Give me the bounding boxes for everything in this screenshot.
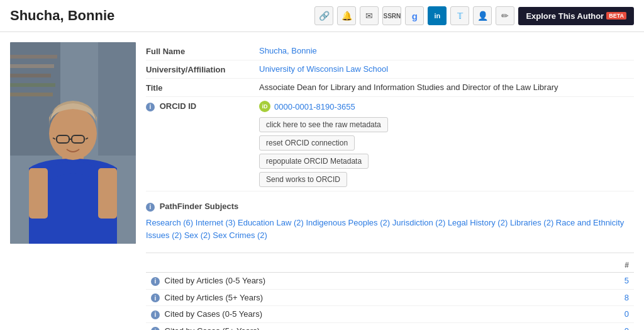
orcid-logo: iD (259, 101, 270, 112)
link-icon[interactable]: 🔗 (314, 6, 333, 25)
orcid-number-link[interactable]: 0000-0001-8190-3655 (274, 102, 355, 111)
stats-col-label (146, 258, 521, 273)
title-value: Associate Dean for Library and Informati… (259, 82, 634, 92)
pathfinder-section: i PathFinder Subjects Research (6) Inter… (146, 202, 634, 242)
orcid-buttons: click here to see the raw metadata reset… (259, 117, 634, 187)
subject-link[interactable]: Indigenous Peoples (2) (306, 218, 390, 227)
orcid-row: i ORCID ID iD 0000-0001-8190-3655 click … (146, 97, 634, 191)
orcid-label: i ORCID ID (146, 101, 259, 111)
page-title: Shucha, Bonnie (10, 8, 114, 24)
university-label: University/Affiliation (146, 64, 259, 74)
svg-rect-3 (10, 64, 54, 68)
user-circle-icon[interactable]: 👤 (473, 6, 492, 25)
subject-link[interactable]: Research (6) (146, 218, 193, 227)
twitter-icon[interactable]: 𝕋 (450, 6, 469, 25)
info-panel: Full Name Shucha, Bonnie University/Affi… (146, 42, 634, 330)
info-table: Full Name Shucha, Bonnie University/Affi… (146, 42, 634, 191)
subject-link[interactable]: Jurisdiction (2) (392, 218, 446, 227)
scholar-icon[interactable]: g (405, 6, 424, 25)
subject-link[interactable]: Education Law (2) (238, 218, 304, 227)
subject-link[interactable]: Legal History (2) (448, 218, 508, 227)
full-name-row: Full Name Shucha, Bonnie (146, 42, 634, 60)
stats-info-icon[interactable]: i (151, 327, 160, 330)
svg-rect-2 (10, 55, 57, 59)
pathfinder-info-icon[interactable]: i (146, 203, 155, 212)
stats-row-label: i Cited by Articles (0-5 Years) (146, 273, 521, 290)
author-photo-svg (10, 42, 136, 244)
stats-row: i Cited by Cases (5+ Years)0 (146, 322, 634, 330)
stats-row: i Cited by Cases (0-5 Years)0 (146, 306, 634, 323)
orcid-id-row: iD 0000-0001-8190-3655 (259, 101, 634, 112)
repopulate-orcid-button[interactable]: repopulate ORCID Metadata (259, 154, 369, 169)
bell-icon[interactable]: 🔔 (337, 6, 356, 25)
full-name-link[interactable]: Shucha, Bonnie (259, 46, 317, 55)
stats-info-icon[interactable]: i (151, 310, 160, 319)
orcid-value: iD 0000-0001-8190-3655 click here to see… (259, 101, 634, 187)
pathfinder-subjects: Research (6) Internet (3) Education Law … (146, 217, 634, 243)
photo-placeholder (10, 42, 136, 244)
svg-rect-15 (29, 168, 48, 219)
header-actions: 🔗 🔔 ✉ SSRN g in 𝕋 👤 ✏ Explore This Autho… (314, 6, 634, 25)
page-header: Shucha, Bonnie 🔗 🔔 ✉ SSRN g in 𝕋 👤 ✏ Exp… (0, 0, 644, 32)
subject-link[interactable]: Libraries (2) (510, 218, 553, 227)
ssrn-icon[interactable]: SSRN (382, 6, 401, 25)
author-photo (10, 42, 136, 244)
subject-link[interactable]: Sex Crimes (2) (213, 230, 267, 240)
title-row: Title Associate Dean for Library and Inf… (146, 79, 634, 97)
stats-col-hash: # (521, 258, 634, 273)
university-value: University of Wisconsin Law School (259, 64, 634, 74)
subject-link[interactable]: Internet (3) (196, 218, 236, 227)
stats-row: i Cited by Articles (0-5 Years)5 (146, 273, 634, 290)
svg-rect-5 (10, 83, 55, 87)
svg-rect-6 (10, 93, 53, 96)
reset-orcid-button[interactable]: reset ORCID connection (259, 135, 355, 151)
svg-rect-7 (98, 42, 136, 156)
stats-info-icon[interactable]: i (151, 293, 160, 302)
beta-badge: BETA (606, 12, 626, 20)
stats-row-value: 5 (521, 273, 634, 290)
explore-author-label: Explore This Author (526, 11, 604, 21)
pathfinder-label: PathFinder Subjects (160, 202, 239, 211)
orcid-label-text: ORCID ID (160, 101, 197, 111)
stats-info-icon[interactable]: i (151, 277, 160, 286)
stats-row-label: i Cited by Cases (5+ Years) (146, 322, 521, 330)
stats-row: i Cited by Articles (5+ Years)8 (146, 289, 634, 306)
university-link[interactable]: University of Wisconsin Law School (259, 64, 388, 74)
stats-row-label: i Cited by Articles (5+ Years) (146, 289, 521, 306)
stats-row-value: 0 (521, 306, 634, 323)
subject-link[interactable]: Sex (2) (184, 230, 211, 240)
title-label: Title (146, 82, 259, 93)
svg-rect-16 (98, 168, 117, 219)
stats-row-value: 8 (521, 289, 634, 306)
explore-author-button[interactable]: Explore This Author BETA (518, 7, 634, 25)
divider (146, 253, 634, 253)
mail-icon[interactable]: ✉ (360, 6, 379, 25)
stats-row-label: i Cited by Cases (0-5 Years) (146, 306, 521, 323)
linkedin-icon[interactable]: in (428, 6, 447, 25)
full-name-value: Shucha, Bonnie (259, 46, 634, 55)
raw-metadata-button[interactable]: click here to see the raw metadata (259, 117, 388, 132)
pathfinder-title: i PathFinder Subjects (146, 202, 634, 212)
edit-icon[interactable]: ✏ (496, 6, 514, 25)
stats-row-value: 0 (521, 322, 634, 330)
main-content: Full Name Shucha, Bonnie University/Affi… (0, 32, 644, 330)
svg-rect-4 (10, 74, 51, 77)
university-row: University/Affiliation University of Wis… (146, 60, 634, 79)
send-works-button[interactable]: Send works to ORCID (259, 172, 347, 187)
stats-table: # i Cited by Articles (0-5 Years)5i Cite… (146, 258, 634, 330)
orcid-info-icon[interactable]: i (146, 103, 155, 111)
full-name-label: Full Name (146, 46, 259, 56)
